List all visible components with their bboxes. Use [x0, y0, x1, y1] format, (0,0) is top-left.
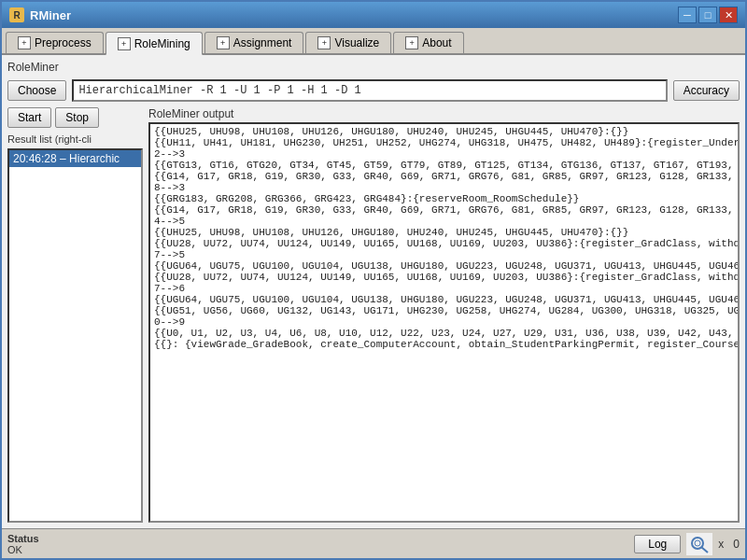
title-bar: R RMiner ─ □ ✕	[2, 2, 745, 28]
tab-about-icon: +	[405, 36, 418, 49]
status-label: Status	[7, 533, 39, 544]
status-value: OK	[7, 544, 39, 555]
list-item[interactable]: 20:46:28 – Hierarchic	[9, 150, 141, 167]
main-window: R RMiner ─ □ ✕ + Preprocess + RoleMining…	[0, 0, 747, 560]
role-miner-row: RoleMiner	[7, 61, 740, 74]
tab-assignment[interactable]: + Assignment	[204, 32, 304, 53]
output-line: {{UGU64, UGU75, UGU100, UGU104, UGU138, …	[154, 294, 734, 305]
app-icon: R	[9, 7, 24, 22]
main-row: Start Stop Result list (right-cli 20:46:…	[7, 107, 740, 523]
title-controls: ─ □ ✕	[678, 7, 738, 23]
tab-visualize-label: Visualize	[334, 36, 379, 49]
output-line: {{UH11, UH41, UH181, UHG230, UH251, UH25…	[154, 137, 734, 148]
start-button[interactable]: Start	[7, 107, 51, 128]
output-line: {{G14, G17, GR18, G19, GR30, G33, GR40, …	[154, 204, 734, 216]
tab-preprocess[interactable]: + Preprocess	[6, 32, 104, 53]
result-list-label: Result list (right-cli	[7, 133, 143, 145]
output-line: {{GTG13, GT16, GTG20, GT34, GT45, GT59, …	[154, 160, 734, 171]
window-title: RMiner	[30, 8, 71, 22]
output-line: {{}: {viewGrade_GradeBook, create_Comput…	[154, 339, 734, 350]
tab-visualize[interactable]: + Visualize	[305, 32, 391, 53]
tab-rolemining-label: RoleMining	[134, 37, 190, 50]
search-icon	[688, 535, 711, 553]
output-line: {{UU28, UU72, UU74, UU124, UU149, UU165,…	[154, 238, 734, 249]
output-line: {{UG51, UG56, UG60, UG132, UG143, UG171,…	[154, 305, 734, 316]
svg-point-0	[692, 538, 703, 549]
search-icon-area	[686, 533, 712, 555]
accuracy-button[interactable]: Accuracy	[673, 80, 740, 101]
output-line: {{GRG183, GRG208, GRG366, GRG423, GRG484…	[154, 193, 734, 204]
content-area: RoleMiner Choose Accuracy Start Stop Res…	[2, 55, 745, 528]
output-label: RoleMiner output	[148, 107, 740, 120]
tab-assignment-label: Assignment	[233, 36, 292, 49]
output-line: {{G14, G17, GR18, G19, GR30, G33, GR40, …	[154, 171, 734, 182]
tab-preprocess-icon: +	[18, 36, 31, 49]
output-line: 4-->5	[154, 216, 734, 227]
status-bar: Status OK Log x 0	[2, 528, 745, 558]
result-list[interactable]: 20:46:28 – Hierarchic	[7, 148, 143, 523]
output-area[interactable]: {{UHU25, UHU98, UHU108, UHU126, UHGU180,…	[148, 122, 740, 523]
maximize-button[interactable]: □	[698, 7, 717, 23]
output-line: 7-->6	[154, 283, 734, 294]
output-line: 7-->5	[154, 249, 734, 260]
status-right: Log x 0	[634, 533, 740, 555]
output-col: RoleMiner output {{UHU25, UHU98, UHU108,…	[148, 107, 740, 523]
choose-button[interactable]: Choose	[7, 80, 66, 101]
log-button[interactable]: Log	[634, 535, 681, 553]
tab-rolemining[interactable]: + RoleMining	[106, 32, 203, 55]
svg-point-2	[695, 540, 700, 546]
tab-about[interactable]: + About	[393, 32, 463, 53]
output-line: 8-->3	[154, 182, 734, 193]
tab-bar: + Preprocess + RoleMining + Assignment +…	[2, 28, 745, 55]
tab-visualize-icon: +	[317, 36, 331, 49]
close-button[interactable]: ✕	[719, 7, 738, 23]
output-line: {{UU28, UU72, UU74, UU124, UU149, UU165,…	[154, 272, 734, 283]
command-row: Choose Accuracy	[7, 79, 740, 102]
title-bar-left: R RMiner	[9, 7, 71, 22]
output-line: 0-->9	[154, 316, 734, 328]
output-line: {{UHU25, UHU98, UHU108, UHU126, UHGU180,…	[154, 126, 734, 137]
svg-line-1	[702, 547, 709, 553]
output-line: {{UGU64, UGU75, UGU100, UGU104, UGU138, …	[154, 260, 734, 272]
output-line: 2-->3	[154, 148, 734, 160]
status-section: Status OK	[7, 533, 39, 555]
tab-rolemining-icon: +	[118, 37, 131, 50]
minimize-button[interactable]: ─	[678, 7, 697, 23]
count-label: x 0	[718, 538, 740, 551]
command-input[interactable]	[72, 79, 667, 102]
stop-button[interactable]: Stop	[55, 107, 99, 128]
controls-col: Start Stop Result list (right-cli 20:46:…	[7, 107, 143, 523]
output-line: {{U0, U1, U2, U3, U4, U6, U8, U10, U12, …	[154, 328, 734, 339]
role-miner-label: RoleMiner	[7, 61, 59, 74]
start-stop-row: Start Stop	[7, 107, 143, 128]
tab-assignment-icon: +	[217, 36, 230, 49]
output-line: {{UHU25, UHU98, UHU108, UHU126, UHGU180,…	[154, 227, 734, 238]
tab-preprocess-label: Preprocess	[35, 36, 92, 49]
tab-about-label: About	[422, 36, 451, 49]
